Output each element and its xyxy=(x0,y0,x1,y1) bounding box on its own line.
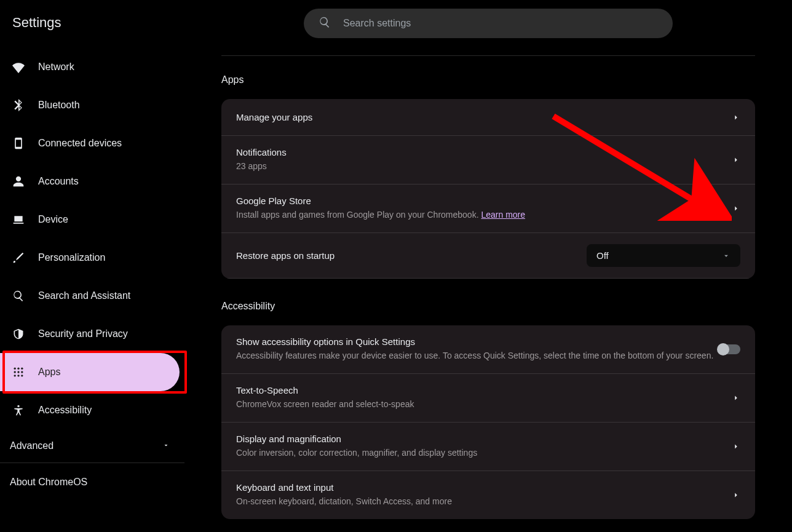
accessibility-icon xyxy=(12,404,25,416)
chevron-right-icon xyxy=(732,204,740,213)
svg-point-0 xyxy=(14,368,16,370)
svg-point-7 xyxy=(17,375,19,376)
sidebar-item-label: Network xyxy=(38,62,74,73)
svg-point-8 xyxy=(21,375,23,376)
sidebar-item-label: Bluetooth xyxy=(38,100,80,111)
advanced-label: Advanced xyxy=(10,440,53,451)
about-label: About ChromeOS xyxy=(10,477,87,487)
sidebar-item-accounts[interactable]: Accounts xyxy=(0,162,180,200)
quick-settings-toggle[interactable] xyxy=(718,344,740,354)
chevron-right-icon xyxy=(732,491,740,499)
row-title: Google Play Store xyxy=(236,196,732,206)
row-subtitle: On-screen keyboard, dictation, Switch Ac… xyxy=(236,495,732,508)
row-subtitle: Install apps and games from Google Play … xyxy=(236,208,732,221)
row-title: Text-to-Speech xyxy=(236,385,732,395)
restore-apps-dropdown[interactable]: Off xyxy=(587,244,740,267)
bluetooth-icon xyxy=(12,99,25,111)
sidebar-item-label: Apps xyxy=(38,367,60,378)
sidebar-item-security-privacy[interactable]: Security and Privacy xyxy=(0,315,180,353)
section-title-accessibility: Accessibility xyxy=(221,301,755,312)
main-content: Apps Manage your apps Notifications 23 a… xyxy=(184,0,792,532)
row-subtitle: Color inversion, color correction, magni… xyxy=(236,447,732,459)
search-input[interactable] xyxy=(343,18,658,29)
search-icon xyxy=(319,16,331,31)
section-title-apps: Apps xyxy=(221,74,755,85)
divider xyxy=(221,55,755,56)
row-title: Display and magnification xyxy=(236,434,732,444)
row-title: Keyboard and text input xyxy=(236,482,732,493)
svg-point-2 xyxy=(21,368,23,370)
sidebar-item-accessibility[interactable]: Accessibility xyxy=(0,391,180,429)
chevron-right-icon xyxy=(732,113,740,122)
sidebar-item-label: Search and Assistant xyxy=(38,290,130,301)
row-title: Restore apps on startup xyxy=(236,250,587,261)
shield-icon xyxy=(12,328,25,340)
row-title: Notifications xyxy=(236,147,732,157)
row-keyboard-text-input[interactable]: Keyboard and text input On-screen keyboa… xyxy=(221,471,755,519)
sidebar-item-label: Security and Privacy xyxy=(38,328,128,339)
row-quick-settings: Show accessibility options in Quick Sett… xyxy=(221,325,755,374)
sidebar-item-connected-devices[interactable]: Connected devices xyxy=(0,124,180,162)
chevron-right-icon xyxy=(732,442,740,451)
svg-point-6 xyxy=(14,375,16,376)
section-accessibility: Accessibility Show accessibility options… xyxy=(221,301,755,519)
laptop-icon xyxy=(12,213,25,226)
row-title: Show accessibility options in Quick Sett… xyxy=(236,336,718,347)
sidebar-item-label: Accounts xyxy=(38,176,79,187)
row-notifications[interactable]: Notifications 23 apps xyxy=(221,136,755,185)
learn-more-link[interactable]: Learn more xyxy=(481,210,525,220)
sidebar-advanced-toggle[interactable]: Advanced xyxy=(0,429,184,463)
sidebar-item-label: Personalization xyxy=(38,252,105,263)
row-restore-apps: Restore apps on startup Off xyxy=(221,233,755,279)
sidebar-item-personalization[interactable]: Personalization xyxy=(0,239,180,277)
row-manage-apps[interactable]: Manage your apps xyxy=(221,99,755,136)
svg-point-5 xyxy=(21,371,23,373)
row-google-play-store[interactable]: Google Play Store Install apps and games… xyxy=(221,185,755,233)
chevron-down-icon xyxy=(162,440,170,451)
sidebar-item-network[interactable]: Network xyxy=(0,48,180,86)
brush-icon xyxy=(12,252,25,264)
section-apps: Apps Manage your apps Notifications 23 a… xyxy=(221,74,755,279)
sidebar-item-apps[interactable]: Apps xyxy=(0,353,180,391)
search-icon xyxy=(12,290,25,302)
sidebar-item-label: Device xyxy=(38,214,68,225)
chevron-right-icon xyxy=(732,394,740,402)
row-display-magnification[interactable]: Display and magnification Color inversio… xyxy=(221,423,755,471)
search-bar[interactable] xyxy=(304,9,673,38)
sidebar-item-device[interactable]: Device xyxy=(0,200,180,239)
row-title: Manage your apps xyxy=(236,112,732,122)
sidebar: Settings Network Bluetooth Connected dev… xyxy=(0,0,184,532)
svg-point-1 xyxy=(17,368,19,370)
row-subtitle: ChromeVox screen reader and select-to-sp… xyxy=(236,398,732,411)
svg-point-4 xyxy=(17,371,19,373)
row-subtitle: 23 apps xyxy=(236,160,732,173)
apps-grid-icon xyxy=(12,366,25,378)
sidebar-item-search-assistant[interactable]: Search and Assistant xyxy=(0,277,180,315)
person-icon xyxy=(12,175,25,188)
row-text-to-speech[interactable]: Text-to-Speech ChromeVox screen reader a… xyxy=(221,374,755,423)
sidebar-item-bluetooth[interactable]: Bluetooth xyxy=(0,86,180,124)
dropdown-value: Off xyxy=(596,250,609,261)
sidebar-item-label: Connected devices xyxy=(38,138,122,149)
chevron-right-icon xyxy=(732,156,740,164)
row-subtitle: Accessibility features make your device … xyxy=(236,349,718,362)
sidebar-about-chromeos[interactable]: About ChromeOS xyxy=(0,463,184,501)
chevron-down-icon xyxy=(722,252,731,260)
accessibility-card: Show accessibility options in Quick Sett… xyxy=(221,325,755,519)
svg-point-9 xyxy=(17,405,19,407)
settings-title: Settings xyxy=(0,15,184,48)
phone-icon xyxy=(12,137,25,149)
sidebar-item-label: Accessibility xyxy=(38,405,92,416)
apps-card: Manage your apps Notifications 23 apps G… xyxy=(221,99,755,279)
svg-point-3 xyxy=(14,371,16,373)
wifi-icon xyxy=(12,61,25,73)
